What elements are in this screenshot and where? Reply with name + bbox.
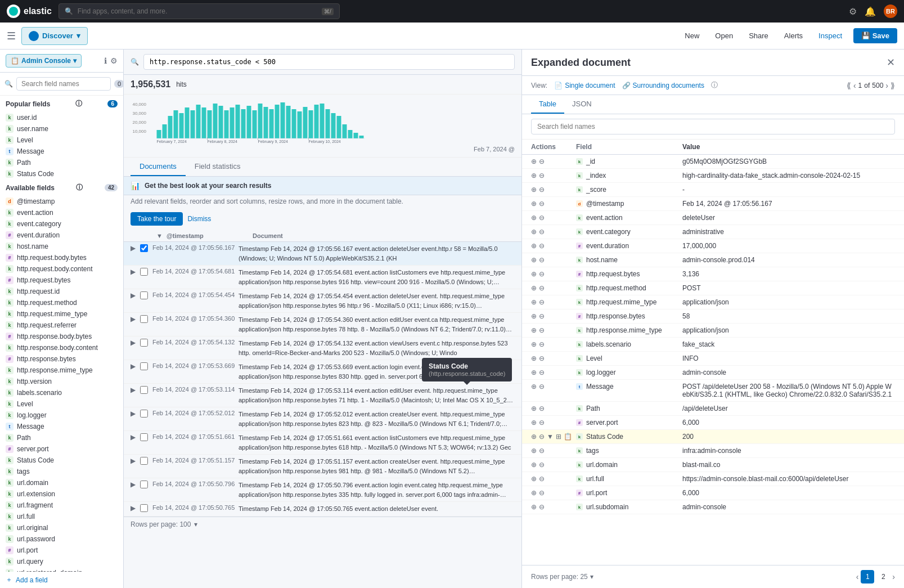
- tab-documents[interactable]: Documents: [131, 158, 186, 176]
- sidebar-available-field-item[interactable]: khttp.version: [0, 376, 123, 387]
- inspect-button[interactable]: Inspect: [814, 29, 847, 42]
- sidebar-available-field-item[interactable]: kurl.query: [0, 556, 123, 567]
- sidebar-available-field-item[interactable]: #http.response.bytes: [0, 353, 123, 365]
- alerts-button[interactable]: Alerts: [780, 29, 807, 42]
- filter-exclude-icon[interactable]: ⊖: [539, 256, 545, 264]
- filter-include-icon[interactable]: ⊕: [531, 369, 537, 376]
- next-page-button[interactable]: ›: [885, 81, 888, 90]
- filter-include-icon[interactable]: ⊕: [531, 312, 537, 320]
- filter-exclude-icon[interactable]: ⊖: [539, 158, 545, 165]
- row-checkbox[interactable]: [140, 457, 148, 465]
- filter-exclude-icon[interactable]: ⊖: [539, 433, 545, 441]
- sidebar-popular-field-item[interactable]: kLevel: [0, 134, 123, 146]
- filter-exclude-icon[interactable]: ⊖: [539, 326, 545, 334]
- sidebar-available-field-item[interactable]: kevent.action: [0, 207, 123, 218]
- sidebar-available-field-item[interactable]: #server.port: [0, 443, 123, 455]
- row-checkbox[interactable]: [140, 433, 148, 441]
- table-row[interactable]: ▶ Feb 14, 2024 @ 17:05:53.114 Timestamp …: [124, 384, 521, 407]
- filter-exclude-icon[interactable]: ⊖: [539, 298, 545, 306]
- sidebar-available-field-item[interactable]: #http.request.body.bytes: [0, 252, 123, 263]
- filter-exclude-icon[interactable]: ⊖: [539, 284, 545, 292]
- filter-include-icon[interactable]: ⊕: [531, 228, 537, 236]
- row-checkbox[interactable]: [140, 362, 148, 370]
- sidebar-available-field-item[interactable]: khttp.request.referrer: [0, 320, 123, 331]
- filter-include-icon[interactable]: ⊕: [531, 461, 537, 469]
- discover-button[interactable]: Discover ▾: [21, 27, 88, 45]
- row-checkbox[interactable]: [140, 339, 148, 347]
- filter-exclude-icon[interactable]: ⊖: [539, 461, 545, 469]
- filter-exclude-icon[interactable]: ⊖: [539, 405, 545, 412]
- filter-exclude-icon[interactable]: ⊖: [539, 383, 545, 390]
- prev-page-button[interactable]: ‹: [853, 81, 856, 90]
- filter-exclude-icon[interactable]: ⊖: [539, 489, 545, 497]
- panel-page-1[interactable]: 1: [861, 570, 874, 583]
- dismiss-button[interactable]: Dismiss: [187, 215, 211, 223]
- sidebar-available-field-item[interactable]: khttp.request.body.content: [0, 263, 123, 275]
- filter-exclude-icon[interactable]: ⊖: [539, 186, 545, 194]
- query-input[interactable]: [143, 54, 515, 70]
- filter-include-icon[interactable]: ⊕: [531, 447, 537, 455]
- filter-exclude-icon[interactable]: ⊖: [539, 419, 545, 427]
- settings-icon[interactable]: ⚙: [849, 6, 857, 17]
- filter-exclude-icon[interactable]: ⊖: [539, 200, 545, 208]
- table-row[interactable]: ▶ Feb 14, 2024 @ 17:05:52.012 Timestamp …: [124, 407, 521, 431]
- expand-row-icon[interactable]: ▶: [131, 457, 136, 465]
- filter-exclude-icon[interactable]: ⊖: [539, 503, 545, 511]
- take-tour-button[interactable]: Take the tour: [131, 212, 183, 226]
- sidebar-available-field-item[interactable]: kevent.category: [0, 218, 123, 230]
- sidebar-available-field-item[interactable]: khttp.response.mime_type: [0, 365, 123, 376]
- sidebar-available-field-item[interactable]: khttp.request.mime_type: [0, 308, 123, 320]
- table-row[interactable]: ▶ Feb 14, 2024 @ 17:05:51.661 Timestamp …: [124, 431, 521, 455]
- filter-include-icon[interactable]: ⊕: [531, 158, 537, 165]
- filter-include-icon[interactable]: ⊕: [531, 298, 537, 306]
- sidebar-available-field-item[interactable]: #http.response.body.bytes: [0, 331, 123, 342]
- expand-row-icon[interactable]: ▶: [131, 362, 136, 370]
- filter-exclude-icon[interactable]: ⊖: [539, 369, 545, 376]
- sidebar-available-field-item[interactable]: kurl.fragment: [0, 500, 123, 511]
- table-row[interactable]: ▶ Feb 14, 2024 @ 17:05:54.681 Timestamp …: [124, 266, 521, 289]
- filter-exclude-icon[interactable]: ⊖: [539, 228, 545, 236]
- copy-icon[interactable]: 📋: [564, 433, 572, 441]
- sidebar-available-field-item[interactable]: kPath: [0, 432, 123, 443]
- filter-exclude-icon[interactable]: ⊖: [539, 270, 545, 278]
- first-page-button[interactable]: ⟪: [847, 81, 851, 90]
- sidebar-popular-field-item[interactable]: kPath: [0, 157, 123, 168]
- row-checkbox[interactable]: [140, 410, 148, 418]
- popular-fields-section[interactable]: Popular fields ⓘ 6: [0, 96, 123, 112]
- table-row[interactable]: ▶ Feb 14, 2024 @ 17:05:50.765 Timestamp …: [124, 502, 521, 517]
- row-checkbox[interactable]: [140, 291, 148, 299]
- panel-page-2[interactable]: 2: [876, 570, 890, 583]
- expand-row-icon[interactable]: ▶: [131, 315, 136, 323]
- sidebar-available-field-item[interactable]: klog.logger: [0, 410, 123, 421]
- expand-row-icon[interactable]: ▶: [131, 386, 136, 394]
- sidebar-available-field-item[interactable]: ktags: [0, 466, 123, 477]
- sidebar-popular-field-item[interactable]: tMessage: [0, 146, 123, 157]
- last-page-button[interactable]: ⟫: [890, 81, 895, 90]
- filter-include-icon[interactable]: ⊕: [531, 354, 537, 362]
- sidebar-available-field-item[interactable]: kurl.original: [0, 522, 123, 533]
- filter-include-icon[interactable]: ⊕: [531, 383, 537, 390]
- filter-include-icon[interactable]: ⊕: [531, 242, 537, 250]
- sidebar-available-field-item[interactable]: kurl.domain: [0, 477, 123, 488]
- filter-include-icon[interactable]: ⊕: [531, 200, 537, 208]
- search-fields-input[interactable]: [16, 77, 111, 91]
- filter-include-icon[interactable]: ⊕: [531, 326, 537, 334]
- filter-include-icon[interactable]: ⊕: [531, 475, 537, 483]
- filter-exclude-icon[interactable]: ⊖: [539, 354, 545, 362]
- filter-exclude-icon[interactable]: ⊖: [539, 214, 545, 222]
- sidebar-available-field-item[interactable]: khost.name: [0, 241, 123, 252]
- table-row[interactable]: ▶ Feb 14, 2024 @ 17:05:54.360 Timestamp …: [124, 313, 521, 336]
- available-fields-section[interactable]: Available fields ⓘ 42: [0, 179, 123, 196]
- filter-exclude-icon[interactable]: ⊖: [539, 312, 545, 320]
- expand-row-icon[interactable]: ▶: [131, 339, 136, 347]
- single-document-view[interactable]: 📄 Single document: [554, 82, 615, 89]
- sidebar-available-field-item[interactable]: kLevel: [0, 398, 123, 410]
- expand-row-icon[interactable]: ▶: [131, 410, 136, 418]
- filter-include-icon[interactable]: ⊕: [531, 419, 537, 427]
- filter-include-icon[interactable]: ⊕: [531, 284, 537, 292]
- panel-next-page[interactable]: ›: [892, 572, 895, 581]
- sidebar-popular-field-item[interactable]: kStatus Code: [0, 168, 123, 179]
- sidebar-available-field-item[interactable]: kurl.password: [0, 533, 123, 545]
- filter-exclude-icon[interactable]: ⊖: [539, 475, 545, 483]
- sidebar-available-field-item[interactable]: kurl.extension: [0, 488, 123, 500]
